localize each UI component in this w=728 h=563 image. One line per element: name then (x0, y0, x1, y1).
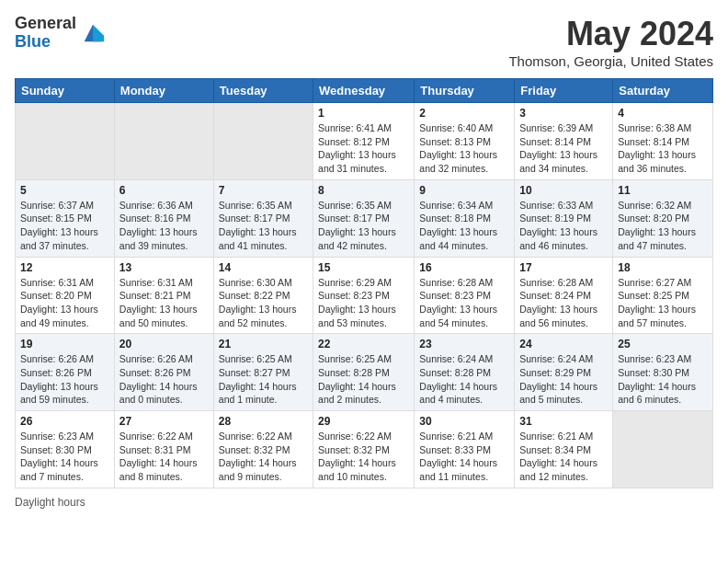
day-info: Sunrise: 6:24 AM Sunset: 8:29 PM Dayligh… (519, 352, 608, 407)
day-info: Sunrise: 6:30 AM Sunset: 8:22 PM Dayligh… (219, 276, 308, 330)
col-header-sunday: Sunday (16, 79, 115, 103)
day-info: Sunrise: 6:40 AM Sunset: 8:13 PM Dayligh… (419, 121, 509, 176)
day-info: Sunrise: 6:38 AM Sunset: 8:14 PM Dayligh… (618, 121, 708, 176)
day-info: Sunrise: 6:41 AM Sunset: 8:12 PM Dayligh… (318, 121, 409, 176)
day-number: 20 (119, 338, 209, 350)
svg-marker-1 (93, 24, 104, 41)
calendar-cell: 5Sunrise: 6:37 AM Sunset: 8:15 PM Daylig… (16, 179, 115, 257)
day-number: 17 (519, 261, 608, 274)
day-number: 19 (20, 338, 109, 350)
calendar-cell: 29Sunrise: 6:22 AM Sunset: 8:32 PM Dayli… (313, 411, 415, 488)
day-number: 24 (519, 338, 608, 350)
calendar-cell: 10Sunrise: 6:33 AM Sunset: 8:19 PM Dayli… (515, 179, 613, 257)
calendar-cell: 28Sunrise: 6:22 AM Sunset: 8:32 PM Dayli… (213, 411, 313, 488)
week-row-5: 26Sunrise: 6:23 AM Sunset: 8:30 PM Dayli… (16, 411, 713, 488)
calendar-cell: 20Sunrise: 6:26 AM Sunset: 8:26 PM Dayli… (114, 334, 213, 411)
day-info: Sunrise: 6:27 AM Sunset: 8:25 PM Dayligh… (618, 276, 708, 330)
day-info: Sunrise: 6:24 AM Sunset: 8:28 PM Dayligh… (419, 352, 509, 407)
month-title: May 2024 (508, 15, 713, 53)
day-number: 21 (219, 338, 308, 350)
day-info: Sunrise: 6:33 AM Sunset: 8:19 PM Dayligh… (519, 199, 608, 253)
calendar-cell: 30Sunrise: 6:21 AM Sunset: 8:33 PM Dayli… (415, 411, 515, 488)
calendar-cell: 15Sunrise: 6:29 AM Sunset: 8:23 PM Dayli… (313, 257, 415, 334)
day-info: Sunrise: 6:21 AM Sunset: 8:34 PM Dayligh… (519, 430, 608, 484)
logo-general: General (15, 14, 76, 32)
week-row-2: 5Sunrise: 6:37 AM Sunset: 8:15 PM Daylig… (16, 179, 713, 257)
day-info: Sunrise: 6:39 AM Sunset: 8:14 PM Dayligh… (519, 121, 608, 176)
day-info: Sunrise: 6:21 AM Sunset: 8:33 PM Dayligh… (419, 430, 509, 484)
day-number: 1 (318, 107, 409, 120)
day-info: Sunrise: 6:32 AM Sunset: 8:20 PM Dayligh… (618, 199, 708, 253)
day-info: Sunrise: 6:26 AM Sunset: 8:26 PM Dayligh… (119, 352, 209, 407)
calendar-cell: 2Sunrise: 6:40 AM Sunset: 8:13 PM Daylig… (415, 103, 515, 180)
calendar-cell: 9Sunrise: 6:34 AM Sunset: 8:18 PM Daylig… (415, 179, 515, 257)
day-number: 18 (618, 261, 708, 274)
location-title: Thomson, Georgia, United States (508, 53, 713, 69)
day-number: 26 (20, 415, 109, 428)
calendar-cell: 7Sunrise: 6:35 AM Sunset: 8:17 PM Daylig… (213, 179, 313, 257)
calendar-cell: 6Sunrise: 6:36 AM Sunset: 8:16 PM Daylig… (114, 179, 213, 257)
day-number: 22 (318, 338, 409, 350)
day-number: 4 (618, 107, 708, 120)
day-number: 12 (20, 261, 109, 274)
calendar-cell (213, 103, 313, 180)
day-info: Sunrise: 6:36 AM Sunset: 8:16 PM Dayligh… (119, 199, 209, 253)
day-number: 15 (318, 261, 409, 274)
day-number: 6 (119, 184, 209, 197)
day-number: 14 (219, 261, 308, 274)
day-number: 16 (419, 261, 509, 274)
calendar-cell: 27Sunrise: 6:22 AM Sunset: 8:31 PM Dayli… (114, 411, 213, 488)
day-number: 30 (419, 415, 509, 428)
day-number: 23 (419, 338, 509, 350)
footer: Daylight hours (15, 496, 713, 509)
calendar-cell: 16Sunrise: 6:28 AM Sunset: 8:23 PM Dayli… (415, 257, 515, 334)
calendar-cell: 19Sunrise: 6:26 AM Sunset: 8:26 PM Dayli… (16, 334, 115, 411)
col-header-saturday: Saturday (613, 79, 713, 103)
week-row-1: 1Sunrise: 6:41 AM Sunset: 8:12 PM Daylig… (16, 103, 713, 180)
day-number: 8 (318, 184, 409, 197)
calendar-cell (613, 411, 713, 488)
day-number: 11 (618, 184, 708, 197)
day-info: Sunrise: 6:25 AM Sunset: 8:27 PM Dayligh… (219, 352, 308, 407)
calendar-cell: 8Sunrise: 6:35 AM Sunset: 8:17 PM Daylig… (313, 179, 415, 257)
logo: General Blue (15, 15, 106, 52)
calendar-cell (16, 103, 115, 180)
calendar-cell: 14Sunrise: 6:30 AM Sunset: 8:22 PM Dayli… (213, 257, 313, 334)
day-info: Sunrise: 6:28 AM Sunset: 8:23 PM Dayligh… (419, 276, 509, 330)
day-number: 10 (519, 184, 608, 197)
title-area: May 2024 Thomson, Georgia, United States (508, 15, 713, 69)
day-info: Sunrise: 6:35 AM Sunset: 8:17 PM Dayligh… (219, 199, 308, 253)
day-info: Sunrise: 6:34 AM Sunset: 8:18 PM Dayligh… (419, 199, 509, 253)
day-info: Sunrise: 6:25 AM Sunset: 8:28 PM Dayligh… (318, 352, 409, 407)
day-number: 27 (119, 415, 209, 428)
day-number: 31 (519, 415, 608, 428)
day-number: 13 (119, 261, 209, 274)
calendar-cell: 4Sunrise: 6:38 AM Sunset: 8:14 PM Daylig… (613, 103, 713, 180)
day-number: 3 (519, 107, 608, 120)
day-info: Sunrise: 6:22 AM Sunset: 8:32 PM Dayligh… (318, 430, 409, 484)
calendar-cell: 11Sunrise: 6:32 AM Sunset: 8:20 PM Dayli… (613, 179, 713, 257)
day-info: Sunrise: 6:28 AM Sunset: 8:24 PM Dayligh… (519, 276, 608, 330)
calendar-cell: 12Sunrise: 6:31 AM Sunset: 8:20 PM Dayli… (16, 257, 115, 334)
calendar-cell: 31Sunrise: 6:21 AM Sunset: 8:34 PM Dayli… (515, 411, 613, 488)
week-row-3: 12Sunrise: 6:31 AM Sunset: 8:20 PM Dayli… (16, 257, 713, 334)
calendar-cell: 23Sunrise: 6:24 AM Sunset: 8:28 PM Dayli… (415, 334, 515, 411)
day-number: 9 (419, 184, 509, 197)
calendar-cell: 3Sunrise: 6:39 AM Sunset: 8:14 PM Daylig… (515, 103, 613, 180)
day-info: Sunrise: 6:35 AM Sunset: 8:17 PM Dayligh… (318, 199, 409, 253)
day-info: Sunrise: 6:31 AM Sunset: 8:21 PM Dayligh… (119, 276, 209, 330)
col-header-monday: Monday (114, 79, 213, 103)
calendar-cell (114, 103, 213, 180)
calendar-cell: 26Sunrise: 6:23 AM Sunset: 8:30 PM Dayli… (16, 411, 115, 488)
col-header-tuesday: Tuesday (213, 79, 313, 103)
day-number: 29 (318, 415, 409, 428)
day-info: Sunrise: 6:23 AM Sunset: 8:30 PM Dayligh… (618, 352, 708, 407)
calendar-cell: 18Sunrise: 6:27 AM Sunset: 8:25 PM Dayli… (613, 257, 713, 334)
day-info: Sunrise: 6:22 AM Sunset: 8:31 PM Dayligh… (119, 430, 209, 484)
day-number: 25 (618, 338, 708, 350)
day-number: 28 (219, 415, 308, 428)
calendar-table: SundayMondayTuesdayWednesdayThursdayFrid… (15, 78, 713, 488)
day-info: Sunrise: 6:31 AM Sunset: 8:20 PM Dayligh… (20, 276, 109, 330)
daylight-label: Daylight hours (15, 496, 85, 509)
day-info: Sunrise: 6:26 AM Sunset: 8:26 PM Dayligh… (20, 352, 109, 407)
